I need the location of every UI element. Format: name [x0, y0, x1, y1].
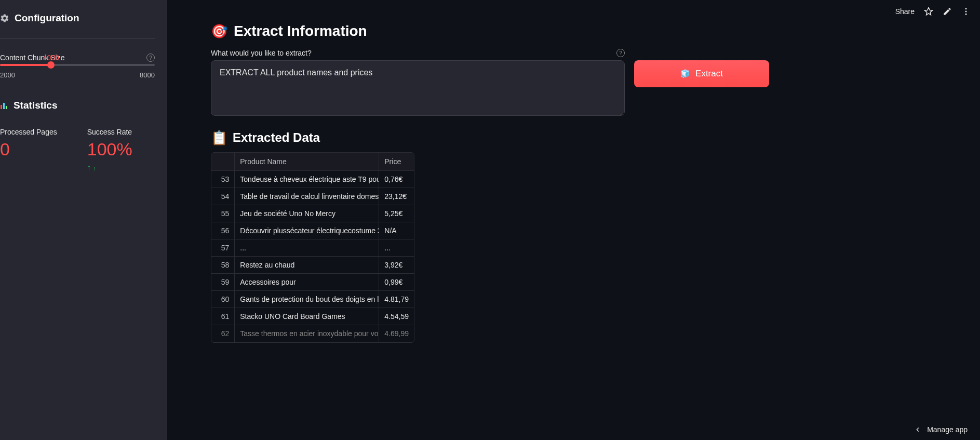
- row-product-name: Stacko UNO Card Board Games: [235, 308, 379, 325]
- table-row[interactable]: 55Jeu de société Uno No Mercy5,25€: [211, 205, 414, 222]
- row-price: ...: [379, 239, 414, 257]
- svg-point-4: [965, 11, 967, 12]
- slider-thumb[interactable]: [47, 61, 55, 69]
- extract-button[interactable]: 🧊 Extract: [634, 60, 769, 87]
- row-price: 0,99€: [379, 274, 414, 291]
- table-row[interactable]: 57......: [211, 239, 414, 257]
- row-index: 61: [211, 308, 235, 325]
- table-row[interactable]: 54Table de travail de calcul linventaire…: [211, 188, 414, 205]
- more-icon[interactable]: [961, 7, 971, 16]
- extract-info-title-text: Extract Information: [234, 23, 367, 39]
- slider-min: 2000: [0, 71, 15, 79]
- row-index: 58: [211, 257, 235, 274]
- svg-point-3: [965, 8, 967, 9]
- row-index: 57: [211, 239, 235, 257]
- row-price: 0,76€: [379, 171, 414, 188]
- barchart-icon: [0, 101, 8, 110]
- target-icon: 🎯: [211, 24, 227, 38]
- clipboard-icon: 📋: [211, 131, 227, 144]
- stat-label: Processed Pages: [0, 128, 57, 136]
- extract-button-label: Extract: [695, 69, 723, 79]
- row-index: 53: [211, 171, 235, 188]
- manage-app-label: Manage app: [927, 425, 968, 434]
- row-product-name: Restez au chaud: [235, 257, 379, 274]
- prompt-label: What would you like to extract?: [211, 49, 312, 57]
- manage-app-button[interactable]: Manage app: [914, 419, 980, 440]
- gear-icon: [0, 14, 9, 23]
- chunk-size-slider[interactable]: 4000 2000 8000: [0, 64, 155, 79]
- svg-rect-2: [6, 106, 7, 109]
- configuration-title-text: Configuration: [15, 12, 79, 24]
- row-price: 5,25€: [379, 205, 414, 222]
- table-row[interactable]: 62Tasse thermos en acier inoxydable pour…: [211, 325, 414, 342]
- row-price: N/A: [379, 222, 414, 239]
- row-product-name: Tondeuse à cheveux électrique aste T9 po…: [235, 171, 379, 188]
- extracted-data-table[interactable]: Product Name Price 53Tondeuse à cheveux …: [211, 152, 414, 343]
- row-product-name: Découvrir plussécateur électriquecostume…: [235, 222, 379, 239]
- help-icon[interactable]: ?: [146, 54, 155, 62]
- svg-rect-1: [3, 103, 5, 109]
- sidebar-divider: [0, 38, 155, 39]
- svg-point-5: [965, 14, 967, 15]
- stat-value: 100%: [87, 139, 132, 159]
- cube-icon: 🧊: [680, 69, 690, 78]
- stat-success-rate: Success Rate 100% ↑↑: [87, 128, 132, 171]
- row-price: 23,12€: [379, 188, 414, 205]
- row-product-name: Tasse thermos en acier inoxydable pour v…: [235, 325, 379, 342]
- row-index: 60: [211, 291, 235, 308]
- col-price: Price: [379, 153, 414, 171]
- col-index: [211, 153, 235, 171]
- row-index: 54: [211, 188, 235, 205]
- row-price: 4.69,99: [379, 325, 414, 342]
- extracted-data-title-text: Extracted Data: [233, 130, 320, 145]
- table-row[interactable]: 58Restez au chaud3,92€: [211, 257, 414, 274]
- row-price: 4.81,79: [379, 291, 414, 308]
- svg-rect-0: [1, 105, 2, 109]
- row-index: 59: [211, 274, 235, 291]
- row-product-name: Accessoires pour: [235, 274, 379, 291]
- row-product-name: ...: [235, 239, 379, 257]
- configuration-heading: Configuration: [0, 0, 155, 34]
- extracted-data-heading: 📋 Extracted Data: [211, 130, 936, 145]
- row-product-name: Table de travail de calcul linventaire d…: [235, 188, 379, 205]
- chevron-left-icon: [914, 425, 922, 434]
- slider-value-label: 4000: [43, 54, 59, 62]
- table-row[interactable]: 60Gants de protection du bout des doigts…: [211, 291, 414, 308]
- help-icon[interactable]: ?: [616, 49, 625, 57]
- col-product-name: Product Name: [235, 153, 379, 171]
- table-row[interactable]: 61Stacko UNO Card Board Games4.54,59: [211, 308, 414, 325]
- stat-label: Success Rate: [87, 128, 132, 136]
- row-index: 62: [211, 325, 235, 342]
- statistics-title-text: Statistics: [14, 100, 57, 111]
- row-index: 56: [211, 222, 235, 239]
- star-icon[interactable]: [924, 7, 933, 16]
- row-price: 3,92€: [379, 257, 414, 274]
- row-index: 55: [211, 205, 235, 222]
- trend-up-icon: ↑↑: [87, 163, 132, 171]
- table-row[interactable]: 56Découvrir plussécateur électriquecostu…: [211, 222, 414, 239]
- stat-value: 0: [0, 139, 57, 159]
- stat-processed-pages: Processed Pages 0: [0, 128, 57, 171]
- table-row[interactable]: 59Accessoires pour0,99€: [211, 274, 414, 291]
- share-button[interactable]: Share: [895, 7, 915, 16]
- row-product-name: Gants de protection du bout des doigts e…: [235, 291, 379, 308]
- extract-info-heading: 🎯 Extract Information: [211, 23, 936, 39]
- slider-max: 8000: [140, 71, 155, 79]
- extract-prompt-input[interactable]: [211, 60, 625, 116]
- statistics-heading: Statistics: [0, 91, 155, 122]
- table-row[interactable]: 53Tondeuse à cheveux électrique aste T9 …: [211, 171, 414, 188]
- row-product-name: Jeu de société Uno No Mercy: [235, 205, 379, 222]
- row-price: 4.54,59: [379, 308, 414, 325]
- edit-icon[interactable]: [943, 7, 952, 16]
